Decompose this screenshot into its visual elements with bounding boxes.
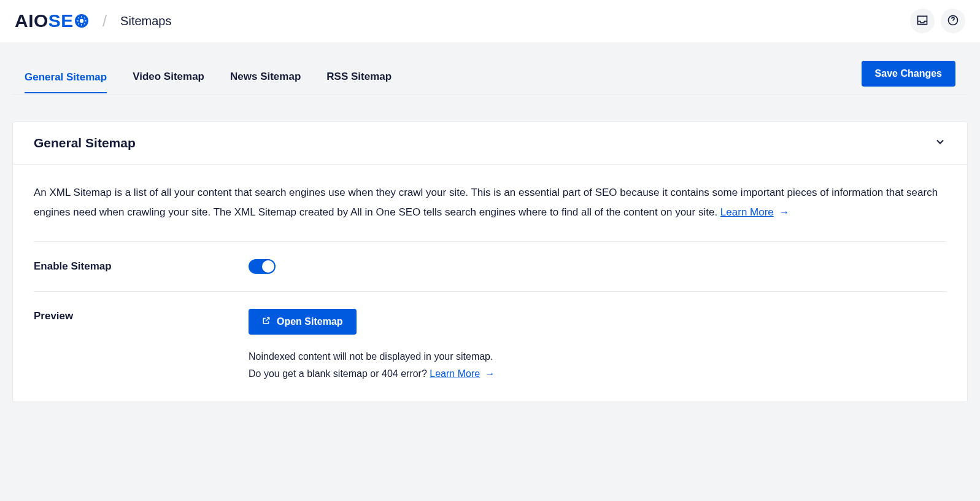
tab-news-sitemap[interactable]: News Sitemap	[230, 62, 301, 93]
enable-sitemap-label: Enable Sitemap	[34, 259, 249, 274]
arrow-right-icon: →	[482, 368, 495, 379]
help-icon	[947, 14, 959, 28]
tab-video-sitemap[interactable]: Video Sitemap	[133, 62, 204, 93]
external-link-icon	[262, 316, 271, 327]
preview-label: Preview	[34, 309, 249, 384]
preview-row: Preview Open Sitemap Noindexed content w…	[34, 292, 946, 384]
gear-icon	[74, 10, 89, 31]
general-sitemap-card: General Sitemap An XML Sitemap is a list…	[12, 122, 968, 402]
tab-rss-sitemap[interactable]: RSS Sitemap	[326, 62, 392, 93]
logo: AIOSE	[15, 10, 89, 31]
arrow-right-icon: →	[776, 206, 790, 218]
app-header: AIOSE / Sitemaps	[0, 0, 980, 42]
card-description: An XML Sitemap is a list of all your con…	[34, 183, 946, 242]
inbox-icon	[916, 14, 928, 28]
note-line2: Do you get a blank sitemap or 404 error?	[249, 368, 430, 379]
enable-sitemap-row: Enable Sitemap	[34, 242, 946, 292]
divider: /	[102, 12, 107, 31]
open-sitemap-button[interactable]: Open Sitemap	[249, 309, 357, 335]
save-changes-button[interactable]: Save Changes	[862, 61, 955, 87]
learn-more-link-2[interactable]: Learn More	[430, 368, 480, 379]
card-header: General Sitemap	[13, 122, 967, 165]
logo-text-aio: AIO	[15, 10, 48, 31]
logo-text-se: SE	[48, 10, 74, 31]
enable-sitemap-toggle[interactable]	[249, 259, 276, 274]
chevron-down-icon[interactable]	[934, 136, 946, 150]
tab-general-sitemap[interactable]: General Sitemap	[25, 63, 107, 93]
open-sitemap-label: Open Sitemap	[277, 316, 343, 327]
learn-more-link[interactable]: Learn More	[720, 206, 774, 218]
page-title: Sitemaps	[120, 14, 171, 28]
description-text: An XML Sitemap is a list of all your con…	[34, 187, 938, 218]
note-line1: Noindexed content will not be displayed …	[249, 351, 493, 362]
help-button[interactable]	[941, 9, 965, 33]
preview-note: Noindexed content will not be displayed …	[249, 348, 946, 384]
toggle-knob	[262, 260, 274, 273]
svg-point-1	[80, 19, 83, 23]
tab-bar: General Sitemap Video Sitemap News Sitem…	[12, 42, 968, 95]
inbox-button[interactable]	[910, 9, 935, 33]
card-title: General Sitemap	[34, 136, 136, 150]
